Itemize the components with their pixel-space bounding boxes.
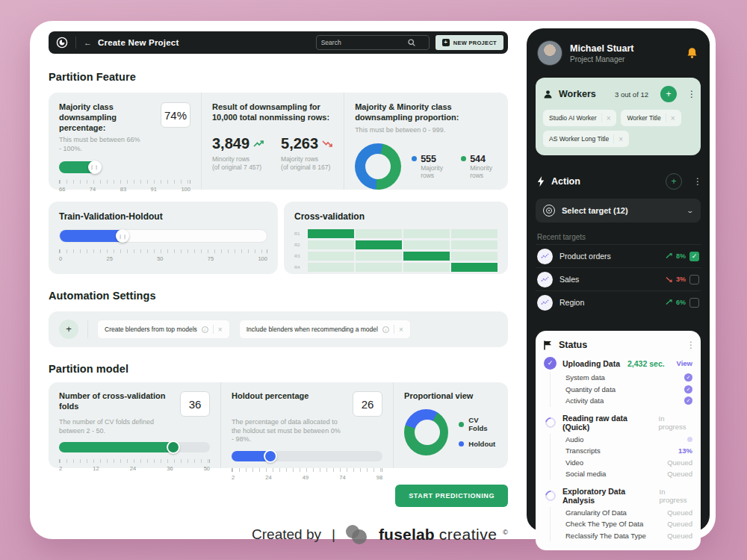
legend-dot-green [459,422,464,427]
close-icon[interactable]: × [619,135,623,143]
view-link[interactable]: View [677,359,692,367]
target-label: Sales [560,275,579,284]
slider-handle[interactable] [264,449,277,463]
minority-stat: 3,849 Minority rows(of original 7 457) [212,135,264,172]
holdout-slider[interactable] [232,451,382,461]
legend-dot-green [461,156,466,161]
legend-holdout: Holdout [459,440,498,448]
tick-label: 24 [265,474,271,481]
worker-chip[interactable]: AS Worker Long Title× [543,131,629,147]
kebab-menu-icon[interactable]: ⋮ [686,340,692,350]
select-target-dropdown[interactable]: Select target (12) ⌄ [536,199,701,223]
cv-folds-title: Number of cross-validation folds [59,391,171,417]
tick-label: 24 [130,465,136,472]
created-by-text: Created by [252,526,321,543]
plus-icon: + [442,39,450,46]
legend-minority: 544 Minority rows [461,154,498,180]
info-icon[interactable]: i [202,326,208,333]
add-setting-button[interactable]: + [59,320,78,339]
target-pct: 8% [676,252,686,260]
main-content: ← Create New Project + NEW PROJECT Parti… [49,31,508,544]
tvh-slider[interactable]: ❙❙ [59,229,267,243]
close-icon[interactable]: × [399,326,403,334]
section-heading-automation-settings: Automation Settings [49,290,508,302]
downsampling-value[interactable]: 74% [161,102,190,128]
add-action-button[interactable]: + [666,173,682,190]
info-icon[interactable]: i [382,326,389,333]
user-role: Project Manager [570,55,633,63]
worker-chip[interactable]: Studio AI Worker× [543,110,616,126]
cv-folds-value[interactable]: 36 [180,391,210,417]
slider-handle[interactable]: ❙❙ [116,229,129,243]
target-row-sales[interactable]: Sales 3% [536,267,701,290]
automation-chip[interactable]: Create blenders from top models i × [97,320,230,339]
chart-line-icon [537,249,553,264]
tick-label: 91 [151,186,157,193]
check-circle-icon: ✓ [684,373,692,382]
back-arrow-icon[interactable]: ← [84,38,92,47]
footer-divider: | [332,526,335,543]
search-icon[interactable] [408,39,415,46]
close-icon[interactable]: × [218,326,223,334]
brand-name-bold: fuselab [379,526,435,544]
sidebar: Michael Stuart Project Manager Workers 3… [527,28,710,532]
tick-label: 74 [90,186,96,193]
brand-name-light: creative [439,526,498,544]
slider-handle[interactable]: ❙❙ [88,161,102,174]
chip-label: Create blenders from top models [105,326,197,333]
target-row-product-orders[interactable]: Product orders 8% ✓ [536,244,701,267]
downsampling-card: Majority class downsampling percentage: … [49,93,202,190]
close-icon[interactable]: × [607,114,611,122]
target-checkbox[interactable] [689,298,699,308]
search-input[interactable] [321,39,403,46]
close-icon[interactable]: × [671,114,675,122]
target-checkbox[interactable] [689,275,699,284]
holdout-value[interactable]: 26 [353,391,382,417]
group-state: In progress [659,414,692,431]
start-predictioning-button[interactable]: START PREDICTIONING [395,485,508,507]
status-item: Audio [565,434,692,446]
cv-folds-slider[interactable] [59,442,210,452]
cv-folds-hint: The number of CV folds defined between 2… [59,418,164,435]
legend-dot-blue [459,441,464,447]
tick-label: 49 [303,474,309,481]
majority-sub: (of original 8 167) [281,164,330,171]
proportional-view-card: Proportional view CV Folds Holdout [394,382,508,468]
target-label: Product orders [560,252,611,261]
select-target-label: Select target (12) [562,206,628,215]
status-item: Granularity Of DataQueued [565,507,692,519]
workers-count: 3 out of 12 [615,90,648,99]
downsampling-ruler: 66 74 83 91 100 [59,180,190,193]
majority-value: 5,263 [281,135,318,152]
bell-icon[interactable] [686,47,699,59]
new-project-button[interactable]: + NEW PROJECT [436,35,503,50]
kebab-menu-icon[interactable]: ⋮ [687,89,693,99]
search-box[interactable] [316,35,430,50]
divider [87,320,88,338]
minority-label: Minority rows [212,155,249,163]
holdout-ruler: 2 24 49 74 98 [232,468,382,481]
add-worker-button[interactable]: + [660,86,677,102]
cv-folds-card: Number of cross-validation folds 36 The … [49,382,221,468]
status-group-eda: Exploratory Data Analysis In progress [544,487,692,505]
avatar[interactable] [537,40,562,66]
workers-title: Workers [559,89,596,99]
minority-sub: (of original 7 457) [212,164,261,171]
result-title: Result of downsampling for 10,000 total … [212,102,333,123]
proportion-hint: This must be between 0 - 999. [355,126,498,135]
downsampling-slider[interactable]: ❙❙ [59,161,190,173]
person-icon [543,90,553,99]
status-group-reading: Reading raw data (Quick) In progress [544,414,692,432]
majority-label: Majority rows [281,155,318,163]
chart-line-icon [537,295,553,311]
main-card: ← Create New Project + NEW PROJECT Parti… [30,21,716,539]
target-checkbox[interactable]: ✓ [689,252,699,261]
target-row-region[interactable]: Region 6% [536,290,701,314]
tick-label: 74 [339,474,345,481]
slider-handle[interactable] [167,441,180,454]
kebab-menu-icon[interactable]: ⋮ [693,176,699,187]
downsampling-title: Majority class downsampling percentage: [59,102,155,133]
footer-credit: Created by | fuselabcreative© [49,525,508,544]
automation-chip[interactable]: Include blenders when recommending a mod… [239,320,411,339]
worker-chip[interactable]: Worker Title× [621,110,681,126]
